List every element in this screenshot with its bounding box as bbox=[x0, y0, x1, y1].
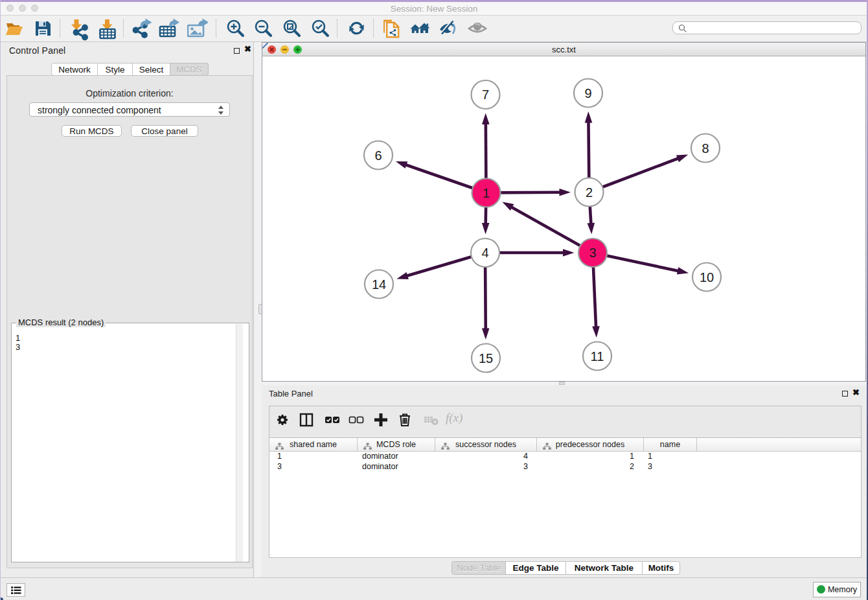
svg-text:14: 14 bbox=[372, 277, 386, 292]
svg-text:3: 3 bbox=[589, 246, 596, 260]
svg-text:9: 9 bbox=[584, 86, 591, 100]
svg-text:8: 8 bbox=[702, 141, 709, 156]
svg-text:11: 11 bbox=[591, 349, 604, 363]
svg-text:10: 10 bbox=[700, 270, 714, 284]
svg-text:4: 4 bbox=[481, 246, 488, 260]
svg-text:1: 1 bbox=[483, 186, 490, 200]
svg-text:15: 15 bbox=[479, 351, 493, 365]
svg-text:2: 2 bbox=[586, 185, 593, 200]
svg-text:6: 6 bbox=[374, 148, 382, 163]
svg-text:7: 7 bbox=[482, 87, 489, 102]
